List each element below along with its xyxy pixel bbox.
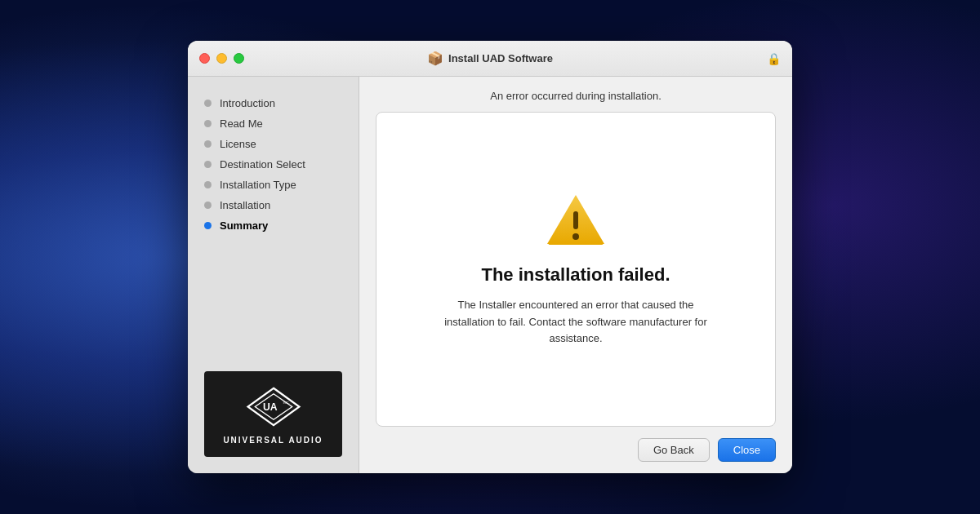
sidebar: Introduction Read Me License Destination…: [188, 77, 359, 473]
main-content: An error occurred during installation.: [359, 77, 792, 473]
installer-window: 📦 Install UAD Software 🔒 Introduction Re…: [188, 41, 792, 473]
sidebar-item-introduction[interactable]: Introduction: [196, 93, 350, 113]
svg-text:UA: UA: [262, 401, 277, 412]
sidebar-items: Introduction Read Me License Destination…: [188, 93, 359, 363]
warning-icon: [543, 191, 608, 248]
svg-text:INC.: INC.: [283, 401, 290, 405]
sidebar-item-summary[interactable]: Summary: [196, 215, 350, 236]
error-header: An error occurred during installation.: [359, 77, 792, 112]
sidebar-dot-read-me: [204, 120, 212, 127]
ua-brand-text: UNIVERSAL AUDIO: [223, 436, 323, 445]
sidebar-item-license[interactable]: License: [196, 134, 350, 154]
fail-description: The Installer encountered an error that …: [437, 297, 715, 348]
sidebar-label-read-me: Read Me: [220, 117, 263, 130]
sidebar-dot-introduction: [204, 100, 212, 107]
sidebar-item-installation[interactable]: Installation: [196, 195, 350, 215]
sidebar-label-destination: Destination Select: [220, 158, 305, 171]
ua-logo-svg: UA INC.: [245, 384, 302, 429]
svg-rect-5: [573, 211, 578, 229]
sidebar-item-read-me[interactable]: Read Me: [196, 113, 350, 134]
title-icon: 📦: [427, 51, 443, 66]
sidebar-dot-summary: [204, 222, 212, 229]
svg-point-6: [572, 233, 579, 240]
close-button[interactable]: [199, 53, 210, 64]
sidebar-dot-installation-type: [204, 181, 212, 188]
sidebar-dot-installation: [204, 202, 212, 209]
sidebar-dot-destination: [204, 161, 212, 168]
sidebar-label-introduction: Introduction: [220, 97, 275, 109]
bottom-bar: Go Back Close: [359, 427, 792, 473]
sidebar-item-installation-type[interactable]: Installation Type: [196, 175, 350, 195]
error-panel: The installation failed. The Installer e…: [376, 112, 776, 427]
sidebar-label-installation: Installation: [220, 199, 270, 211]
fail-title: The installation failed.: [481, 264, 670, 286]
window-title-area: 📦 Install UAD Software: [427, 51, 553, 66]
sidebar-label-summary: Summary: [220, 219, 268, 232]
lock-icon: 🔒: [767, 52, 781, 65]
sidebar-dot-license: [204, 140, 212, 148]
titlebar: 📦 Install UAD Software 🔒: [188, 41, 792, 77]
window-title: Install UAD Software: [448, 52, 553, 64]
minimize-button[interactable]: [216, 53, 227, 64]
sidebar-label-installation-type: Installation Type: [220, 179, 296, 191]
go-back-button[interactable]: Go Back: [638, 438, 710, 462]
window-body: Introduction Read Me License Destination…: [188, 77, 792, 473]
sidebar-label-license: License: [220, 138, 256, 150]
traffic-lights: [199, 53, 244, 64]
close-button[interactable]: Close: [718, 438, 776, 462]
sidebar-item-destination-select[interactable]: Destination Select: [196, 154, 350, 175]
universal-audio-logo: UA INC. UNIVERSAL AUDIO: [204, 371, 342, 457]
maximize-button[interactable]: [234, 53, 244, 64]
